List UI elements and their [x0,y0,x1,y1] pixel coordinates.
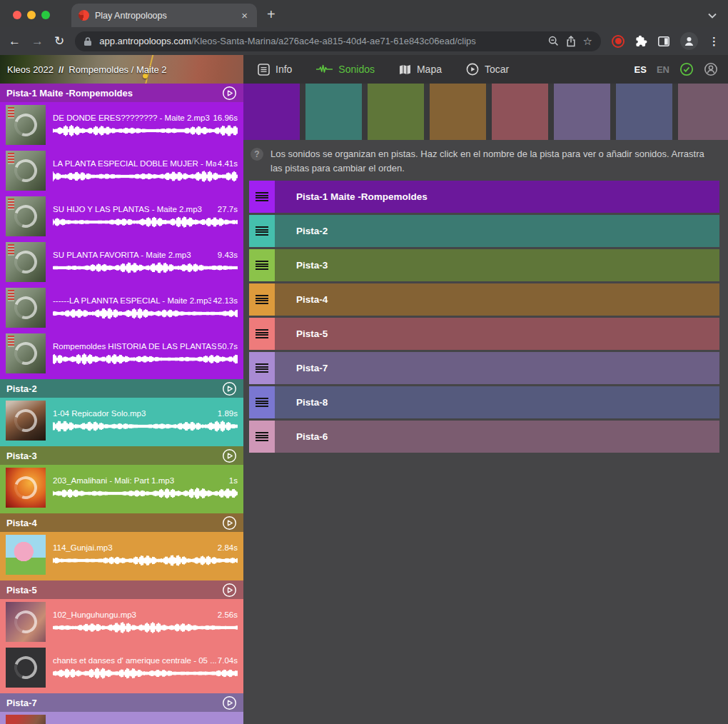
clip-text-row: chants et danses d' amerique centrale - … [53,656,238,665]
tab-search-chevron-icon[interactable] [708,13,717,19]
drag-handle[interactable] [249,386,275,418]
clip-body: SU HIJO Y LAS PLANTAS - Maite 2.mp327.7s [53,205,238,228]
help-block: ? Los sonidos se organizan en pistas. Ha… [251,147,707,176]
bookmark-star-icon[interactable]: ☆ [583,36,592,46]
track-color-swatch [430,84,486,140]
track-color-swatch [305,84,362,140]
url-domain: app.antropoloops.com [99,36,191,46]
track-row-label: Pista-7 [296,363,328,373]
track-play-button[interactable] [222,516,237,531]
breadcrumb[interactable]: Kleos 2022 // Rompemoldes / Maite 2 [0,55,243,84]
track-clip-list: 102_Hunguhungu.mp32.56schants et danses … [0,599,243,693]
close-window-button[interactable] [13,11,21,19]
track-play-button[interactable] [222,381,237,396]
drag-handle[interactable] [249,421,275,453]
app-nav-bar: Kleos 2022 // Rompemoldes / Maite 2 Info… [0,55,728,84]
clip-item[interactable]: Las castañuelas3.13s [0,712,243,724]
back-button[interactable]: ← [9,35,21,47]
breadcrumb-session[interactable]: Rompemoldes / Maite 2 [69,64,166,75]
forward-button[interactable]: → [31,35,44,47]
record-extension-icon[interactable] [612,35,625,48]
drag-handle[interactable] [249,215,275,247]
track-play-button[interactable] [222,448,237,463]
track-header[interactable]: Pista-5 [0,580,243,599]
track-row[interactable]: Pista-3 [249,249,719,281]
clip-item[interactable]: 203_Amalihani - Mali: Part 1.mp31s [0,465,243,511]
clip-title: SU HIJO Y LAS PLANTAS - Maite 2.mp3 [53,205,216,213]
language-es[interactable]: ES [635,64,647,75]
reload-button[interactable]: ↻ [54,35,64,47]
clip-waveform [53,125,238,136]
maximize-window-button[interactable] [41,11,50,19]
clip-text-row: DE DONDE ERES???????? - Maite 2.mp316.96… [53,114,238,122]
track-color-swatch [554,84,610,140]
track-name: Pista-3 [6,451,222,461]
tab-sonidos[interactable]: Sonidos [316,64,375,75]
drag-handle[interactable] [249,181,275,213]
sidebar-track-section: Pista-4114_Gunjai.mp32.84s [0,513,243,580]
clip-item[interactable]: 1-04 Repicador Solo.mp31.89s [0,398,243,443]
tab-close-icon[interactable]: × [239,9,250,21]
track-play-button[interactable] [222,86,237,101]
tab-mapa[interactable]: Mapa [399,64,442,75]
clip-item[interactable]: ------LA PLANNTA ESPECIAL - Maite 2.mp34… [0,285,243,331]
tab-info-label: Info [275,64,292,75]
clip-waveform [53,622,238,633]
clip-item[interactable]: LA PLANTA ESPECIAL DOBLE MUJER - Mai...4… [0,148,243,193]
tab-tocar[interactable]: Tocar [466,63,509,76]
clip-item[interactable]: SU HIJO Y LAS PLANTAS - Maite 2.mp327.7s [0,193,243,239]
profile-avatar[interactable] [680,32,698,50]
track-name: Pista-7 [6,698,222,708]
kebab-menu-icon[interactable]: ⋮ [709,35,719,48]
drag-handle[interactable] [249,318,275,350]
track-row-label: Pista-8 [296,397,328,408]
track-header[interactable]: Pista-1 Maite -Rompemoldes [0,84,243,102]
drag-handle[interactable] [249,352,275,384]
side-panel-icon[interactable] [658,36,669,46]
track-play-button[interactable] [222,695,237,710]
browser-tab[interactable]: Play Antropoloops × [71,4,257,27]
breadcrumb-project[interactable]: Kleos 2022 [7,64,54,75]
clip-body: LA PLANTA ESPECIAL DOBLE MUJER - Mai...4… [53,159,238,182]
extensions-puzzle-icon[interactable] [635,35,647,47]
lock-icon[interactable] [84,36,92,46]
track-play-button[interactable] [222,583,237,598]
track-row[interactable]: Pista-6 [249,421,719,453]
clip-item[interactable]: 102_Hunguhungu.mp32.56s [0,599,243,645]
nav-right-cluster: ES EN [635,62,728,76]
track-header[interactable]: Pista-2 [0,379,243,398]
tab-info[interactable]: Info [258,64,292,76]
check-circle-icon[interactable] [679,62,694,76]
clip-body: DE DONDE ERES???????? - Maite 2.mp316.96… [53,114,238,136]
clip-item[interactable]: chants et danses d' amerique centrale - … [0,645,243,690]
track-row[interactable]: Pista-4 [249,283,719,316]
clip-item[interactable]: 114_Gunjai.mp32.84s [0,532,243,578]
track-header[interactable]: Pista-7 [0,693,243,712]
share-icon[interactable] [566,36,576,47]
track-row[interactable]: Pista-5 [249,318,719,350]
clip-thumbnail [6,196,46,236]
new-tab-button[interactable]: + [267,7,275,21]
clip-item[interactable]: DE DONDE ERES???????? - Maite 2.mp316.96… [0,102,243,148]
track-name: Pista-5 [6,585,222,595]
account-icon[interactable] [704,62,718,76]
track-clip-list: 114_Gunjai.mp32.84s [0,532,243,580]
track-row[interactable]: Pista-2 [249,215,719,247]
track-header[interactable]: Pista-4 [0,513,243,532]
zoom-icon[interactable] [548,36,559,46]
track-row[interactable]: Pista-7 [249,352,719,384]
content-area: Pista-1 Maite -RompemoldesDE DONDE ERES?… [0,84,728,724]
minimize-window-button[interactable] [27,11,36,19]
clip-item[interactable]: SU PLANTA FAVORITA - Maite 2.mp39.43s [0,239,243,285]
clip-thumbnail [6,602,46,642]
clip-title: 114_Gunjai.mp3 [53,543,216,552]
clip-duration: 2.84s [218,543,238,552]
drag-handle[interactable] [249,249,275,281]
track-header[interactable]: Pista-3 [0,446,243,465]
address-bar[interactable]: app.antropoloops.com/Kleos-Santa-Marina/… [75,31,601,51]
drag-handle[interactable] [249,283,275,316]
track-row[interactable]: Pista-1 Maite -Rompemoldes [249,181,719,213]
clip-item[interactable]: Rompemoldes HISTORIA DE LAS PLANTAS...50… [0,331,243,376]
language-en[interactable]: EN [657,64,669,75]
track-row[interactable]: Pista-8 [249,386,719,418]
